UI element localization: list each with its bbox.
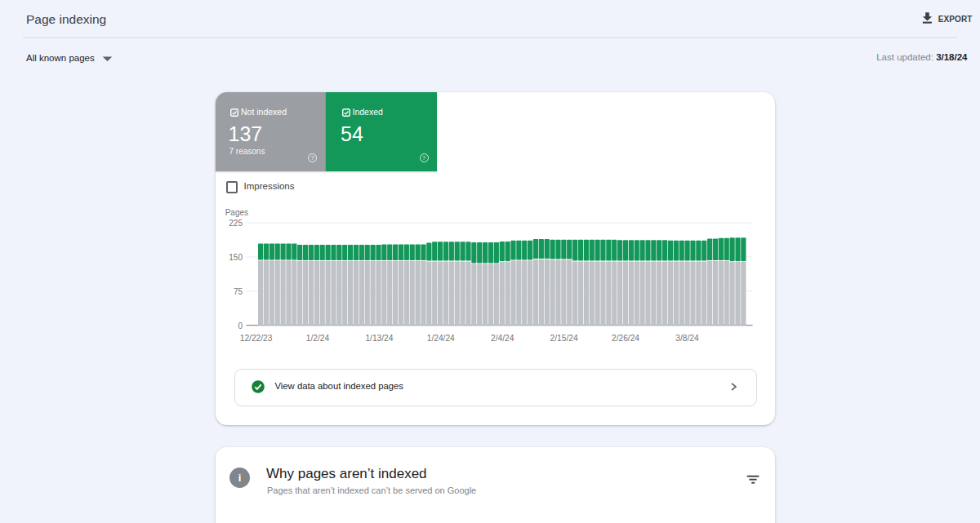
svg-text:1/13/24: 1/13/24: [365, 334, 393, 343]
svg-text:225: 225: [229, 219, 243, 228]
svg-text:2/15/24: 2/15/24: [550, 334, 578, 343]
svg-text:75: 75: [234, 286, 243, 295]
svg-text:150: 150: [229, 252, 243, 261]
svg-text:2/26/24: 2/26/24: [612, 334, 639, 343]
svg-text:0: 0: [238, 321, 243, 330]
svg-text:1/2/24: 1/2/24: [306, 334, 330, 343]
svg-text:Pages: Pages: [225, 207, 248, 216]
svg-text:12/22/23: 12/22/23: [240, 334, 273, 343]
svg-text:1/24/24: 1/24/24: [427, 334, 455, 343]
svg-text:3/8/24: 3/8/24: [675, 334, 699, 343]
svg-text:2/4/24: 2/4/24: [491, 334, 514, 343]
